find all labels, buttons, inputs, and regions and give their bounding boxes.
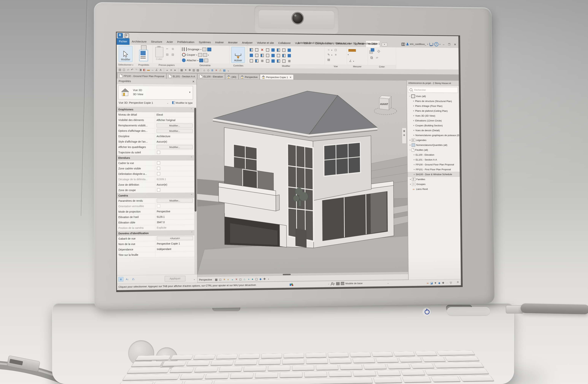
property-checkbox[interactable] [157, 167, 160, 170]
expand-icon[interactable]: + [412, 153, 416, 156]
keyboard-key[interactable] [216, 354, 238, 359]
keyboard-key[interactable] [328, 352, 349, 358]
keyboard-key[interactable] [219, 366, 242, 372]
menu-tab-annoter[interactable]: Annoter [226, 39, 240, 46]
tree-item[interactable]: −Vues (all) [407, 94, 459, 99]
select-underlay-icon[interactable] [430, 281, 434, 285]
activate-controls-button[interactable]: Activer [231, 47, 245, 63]
collapse-bar-icon[interactable] [267, 277, 271, 281]
section-icon[interactable] [165, 67, 169, 72]
keyboard-key[interactable] [371, 352, 393, 357]
modify-tool-icon[interactable] [288, 54, 291, 57]
warning-icon[interactable] [218, 68, 222, 73]
view-tab[interactable]: Perspective [239, 74, 260, 80]
type-selector[interactable]: Vue 3D 3D View ▼ [118, 86, 193, 100]
keyboard[interactable] [117, 350, 495, 384]
modify-tool-icon[interactable] [266, 48, 269, 52]
keyboard-key[interactable] [350, 352, 371, 357]
keyboard-key[interactable] [339, 364, 363, 370]
property-checkbox[interactable] [157, 151, 160, 154]
render-icon[interactable] [231, 277, 234, 281]
app-store-icon[interactable] [429, 43, 433, 46]
keyboard-key[interactable] [122, 374, 180, 381]
cut-profile-icon[interactable]: ▤ [327, 58, 331, 61]
view-tab[interactable]: EL101 - Section A-A [167, 73, 197, 79]
tree-item[interactable]: +Plans d'étage (Floor Plan) [407, 103, 459, 108]
cut-icon[interactable]: ✂ [165, 47, 170, 52]
redo-icon[interactable] [134, 67, 138, 72]
tree-item[interactable]: +Vues de dessin (Detail) [407, 128, 460, 133]
properties-icon[interactable] [139, 50, 148, 61]
panel-label-modify[interactable]: Modifier [247, 64, 325, 68]
property-value[interactable]: Aucun(e) [155, 182, 194, 187]
expand-icon[interactable]: + [412, 105, 415, 107]
keyboard-key[interactable] [283, 353, 304, 358]
tree-item[interactable]: +Elévations (12mm Circle) [407, 118, 459, 123]
keyboard-key[interactable] [282, 359, 304, 364]
sort-default-icon[interactable]: ≣ [118, 277, 123, 282]
keyboard-key[interactable] [393, 351, 415, 356]
user-name[interactable]: eric_castilloux_ [410, 43, 426, 45]
properties-section-header[interactable]: Graphismes⌃ [117, 107, 194, 112]
select-by-face-icon[interactable] [437, 281, 441, 285]
join-tool[interactable]: Attacher▾ [182, 58, 208, 63]
keyboard-key[interactable] [431, 376, 461, 382]
keyboard-key[interactable] [459, 375, 494, 382]
grid-icon[interactable] [192, 68, 196, 72]
expand-icon[interactable]: + [412, 109, 415, 112]
menu-tab-ins-rer[interactable]: Insérer [213, 39, 226, 46]
property-edit-button[interactable]: Modifier... [156, 129, 193, 133]
property-value[interactable] [155, 252, 195, 257]
menu-tab-architecture[interactable]: Architecture [129, 38, 149, 45]
spinner-icon[interactable] [445, 280, 449, 285]
property-value[interactable]: Architecture [155, 134, 194, 139]
modify-tool-icon[interactable] [271, 59, 275, 63]
search-icon[interactable] [401, 43, 405, 45]
expand-icon[interactable]: + [412, 124, 415, 127]
modify-tool-icon[interactable] [266, 54, 269, 57]
collapse-icon[interactable]: ⌃ [191, 156, 192, 159]
modify-tool-icon[interactable] [282, 54, 286, 57]
minimize-button[interactable]: – [441, 43, 445, 46]
match-type-icon[interactable]: ▨ [165, 52, 170, 57]
paste-label[interactable]: Coller [155, 58, 164, 61]
panel-label-view[interactable]: Vue [325, 64, 347, 68]
print-icon[interactable] [138, 67, 142, 72]
keyboard-key[interactable] [180, 374, 205, 380]
keyboard-key[interactable] [186, 361, 210, 366]
tree-item[interactable]: +Vues 3D (3D View) [407, 113, 459, 118]
move-icon[interactable] [188, 68, 192, 72]
tree-item[interactable]: ∞Liens Revit [408, 186, 460, 192]
modify-tool-icon[interactable] [250, 48, 253, 52]
menu-tab-fichier[interactable]: Fichier [117, 38, 129, 45]
menu-tab-analyser[interactable]: Analyser [240, 40, 255, 46]
tree-item[interactable]: +EL101 - Section A-A [407, 157, 460, 162]
expand-icon[interactable]: + [408, 139, 412, 142]
drag-selection-icon[interactable] [441, 281, 445, 285]
steering-wheel-icon[interactable]: ◉ [403, 129, 405, 132]
schedule-icon[interactable] [222, 68, 227, 73]
collapse-icon[interactable]: ⌃ [191, 194, 193, 196]
visibility-graphics-icon[interactable] [210, 68, 214, 73]
property-edit-button[interactable]: Modifier... [156, 123, 193, 127]
property-edit-button[interactable]: Modifier... [157, 199, 193, 203]
collapse-icon[interactable]: ⌃ [191, 231, 193, 234]
chevron-down-icon[interactable]: ▾ [440, 43, 441, 45]
close-button[interactable]: ✕ [453, 43, 458, 46]
modify-tool-icon[interactable]: ⊞ [261, 59, 264, 62]
expand-icon[interactable]: + [413, 163, 416, 166]
tree-item[interactable]: +Nomenclatures/Quantités (all) [407, 142, 460, 147]
modify-tool-icon[interactable] [282, 59, 286, 63]
user-avatar-icon[interactable] [406, 43, 409, 45]
tree-item[interactable]: +FP101 - First Floor Plan Proposal [407, 167, 460, 172]
view-tab[interactable]: {3D} [225, 74, 238, 80]
instance-selector[interactable]: Vue 3D: Perspective Copie 1 ⌄ Modifier l… [118, 101, 193, 106]
transfer-icon[interactable] [196, 68, 200, 73]
view-scale-label[interactable]: Perspective [199, 278, 212, 281]
keyboard-key[interactable] [261, 353, 282, 359]
modify-tool-icon[interactable] [277, 54, 280, 57]
property-checkbox[interactable] [157, 172, 160, 175]
property-value[interactable]: Perspective [155, 209, 194, 214]
apply-coping-icon[interactable] [207, 48, 211, 51]
chevron-down-icon[interactable]: ⌄ [328, 283, 330, 285]
